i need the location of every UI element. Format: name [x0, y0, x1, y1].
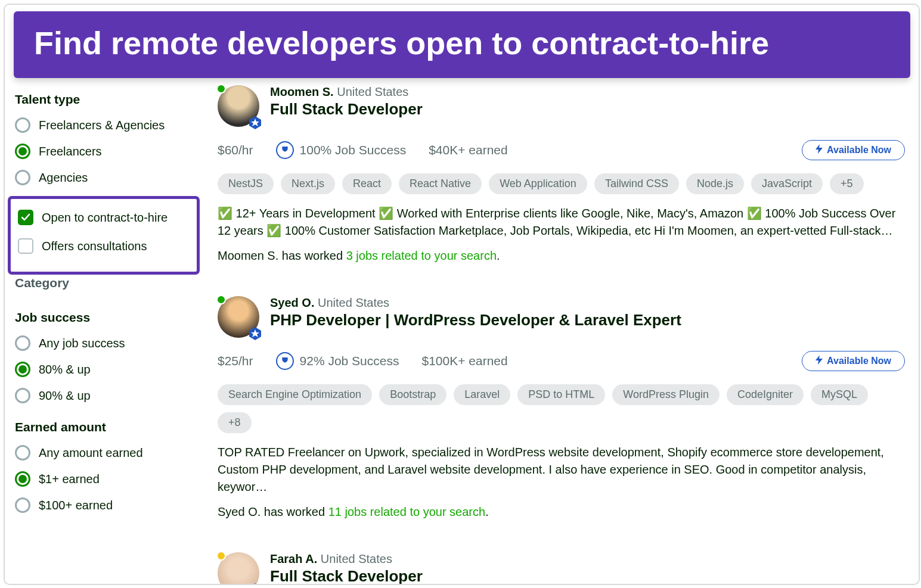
radio-agencies[interactable]: Agencies — [15, 170, 200, 185]
checkbox-contract-to-hire[interactable]: Open to contract-to-hire — [18, 210, 192, 225]
freelancer-card[interactable]: Farah A. United States Full Stack Develo… — [218, 552, 908, 585]
available-now-button[interactable]: Available Now — [802, 140, 905, 160]
avatar[interactable] — [218, 85, 259, 127]
skill-tag[interactable]: React Native — [399, 173, 482, 194]
top-rated-badge-icon — [248, 583, 262, 585]
skill-tag[interactable]: Bootstrap — [379, 384, 446, 405]
radio-icon — [15, 497, 30, 513]
checkbox-icon — [18, 238, 33, 254]
radio-1-plus[interactable]: $1+ earned — [15, 471, 200, 487]
job-success-stat: 92% Job Success — [276, 352, 399, 370]
skill-tag[interactable]: Laravel — [454, 384, 510, 405]
skill-tag[interactable]: Search Engine Optimization — [218, 384, 372, 405]
radio-icon — [15, 144, 30, 159]
worked-summary: Moomen S. has worked 3 jobs related to y… — [218, 249, 905, 263]
filters-sidebar: Talent type Freelancers & Agencies Freel… — [15, 85, 200, 585]
worked-summary: Syed O. has worked 11 jobs related to yo… — [218, 505, 905, 519]
radio-icon — [15, 335, 30, 351]
skill-tag[interactable]: MySQL — [811, 384, 868, 405]
top-rated-badge-icon — [248, 326, 262, 341]
skill-tag[interactable]: JavaScript — [751, 173, 823, 194]
skill-tag[interactable]: PSD to HTML — [517, 384, 605, 405]
skill-tag[interactable]: Next.js — [281, 173, 335, 194]
svg-marker-2 — [249, 583, 261, 585]
freelancer-bio: TOP RATED Freelancer on Upwork, speciali… — [218, 444, 905, 496]
job-success-stat: 100% Job Success — [276, 141, 407, 159]
contract-filters-highlight: Open to contract-to-hire Offers consulta… — [8, 196, 200, 275]
radio-90-up[interactable]: 90% & up — [15, 388, 200, 403]
results-list: Moomen S. United States Full Stack Devel… — [218, 85, 908, 585]
hourly-rate: $60/hr — [218, 143, 253, 157]
radio-100-plus[interactable]: $100+ earned — [15, 497, 200, 513]
bolt-icon — [815, 144, 823, 156]
radio-icon — [15, 117, 30, 133]
freelancer-location: United States — [321, 552, 392, 565]
skill-tag[interactable]: WordPress Plugin — [612, 384, 720, 405]
available-now-button[interactable]: Available Now — [802, 351, 905, 371]
radio-any-job-success[interactable]: Any job success — [15, 335, 200, 351]
hourly-rate: $25/hr — [218, 354, 253, 368]
related-jobs-link[interactable]: 11 jobs related to your search — [328, 505, 486, 518]
worked-prefix: Syed O. has worked — [218, 505, 328, 518]
online-status-icon — [216, 551, 226, 561]
bolt-icon — [815, 355, 823, 367]
checkbox-offers-consultations[interactable]: Offers consultations — [18, 238, 192, 254]
radio-label: 90% & up — [39, 389, 91, 403]
job-success-heading: Job success — [15, 310, 200, 325]
freelancer-name: Moomen S. — [270, 85, 334, 98]
freelancer-title: Full Stack Developer — [270, 100, 423, 119]
skill-tag[interactable]: Web Application — [489, 173, 587, 194]
earned-stat: $100K+ earned — [421, 354, 507, 368]
freelancer-name: Farah A. — [270, 552, 317, 565]
skill-tag[interactable]: NestJS — [218, 173, 274, 194]
radio-freelancers-agencies[interactable]: Freelancers & Agencies — [15, 117, 200, 133]
job-success-text: 100% Job Success — [300, 143, 407, 157]
page-banner: Find remote developers open to contract-… — [14, 11, 910, 78]
radio-freelancers[interactable]: Freelancers — [15, 144, 200, 159]
top-rated-badge-icon — [248, 116, 262, 130]
job-success-icon — [276, 141, 294, 159]
skill-tag[interactable]: CodeIgniter — [727, 384, 804, 405]
checkbox-icon — [18, 210, 33, 225]
worked-suffix: . — [485, 505, 489, 518]
avatar[interactable] — [218, 296, 259, 338]
job-success-icon — [276, 352, 294, 370]
skill-more[interactable]: +5 — [830, 173, 864, 194]
job-success-text: 92% Job Success — [300, 354, 399, 368]
skills-list: NestJS Next.js React React Native Web Ap… — [218, 173, 905, 194]
available-label: Available Now — [827, 356, 891, 366]
avatar[interactable] — [218, 552, 259, 585]
category-heading: Category — [15, 276, 200, 290]
freelancer-card[interactable]: Syed O. United States PHP Developer | Wo… — [218, 296, 908, 546]
radio-80-up[interactable]: 80% & up — [15, 362, 200, 377]
skill-tag[interactable]: Node.js — [686, 173, 744, 194]
freelancer-title: Full Stack Developer — [270, 567, 423, 585]
freelancer-bio: ✅ 12+ Years in Development ✅ Worked with… — [218, 205, 905, 239]
radio-label: Freelancers & Agencies — [39, 119, 165, 132]
freelancer-title: PHP Developer | WordPress Developer & La… — [270, 311, 681, 329]
talent-type-heading: Talent type — [15, 92, 200, 107]
related-jobs-link[interactable]: 3 jobs related to your search — [346, 249, 497, 262]
skill-tag[interactable]: React — [342, 173, 392, 194]
freelancer-card[interactable]: Moomen S. United States Full Stack Devel… — [218, 85, 908, 290]
earned-amount-heading: Earned amount — [15, 420, 200, 434]
radio-any-amount[interactable]: Any amount earned — [15, 445, 200, 461]
skill-more[interactable]: +8 — [218, 412, 252, 433]
radio-icon — [15, 362, 30, 377]
freelancer-name: Syed O. — [270, 296, 314, 309]
radio-icon — [15, 471, 30, 487]
worked-suffix: . — [497, 249, 500, 262]
online-status-icon — [216, 295, 226, 304]
available-label: Available Now — [827, 145, 891, 155]
radio-label: Freelancers — [39, 145, 102, 158]
radio-icon — [15, 445, 30, 461]
radio-icon — [15, 170, 30, 185]
radio-label: $1+ earned — [39, 472, 100, 486]
checkbox-label: Open to contract-to-hire — [42, 211, 168, 225]
freelancer-location: United States — [318, 296, 389, 309]
radio-label: $100+ earned — [39, 499, 113, 512]
radio-label: Any amount earned — [39, 446, 143, 460]
worked-prefix: Moomen S. has worked — [218, 249, 346, 262]
freelancer-location: United States — [337, 85, 408, 98]
skill-tag[interactable]: Tailwind CSS — [594, 173, 679, 194]
